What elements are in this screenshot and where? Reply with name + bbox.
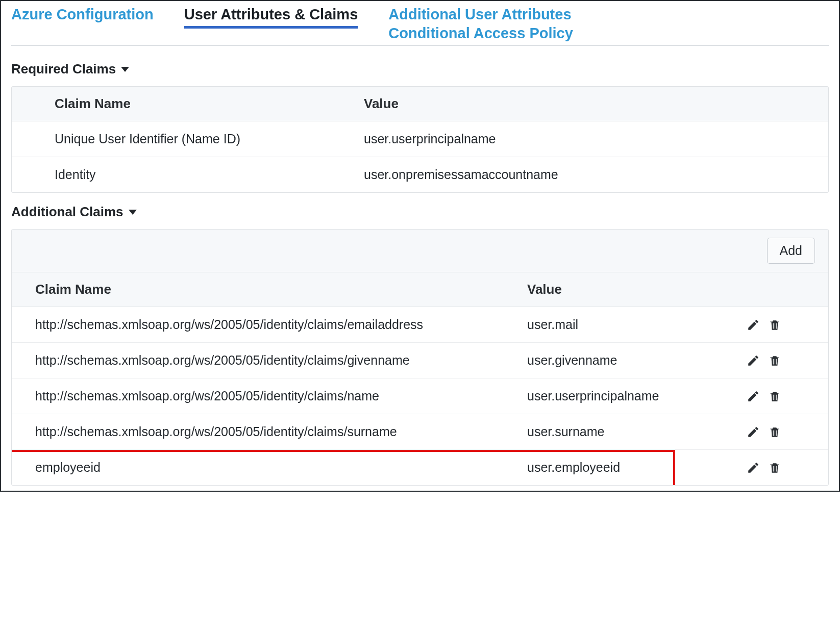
delete-icon[interactable] <box>768 461 781 474</box>
add-button[interactable]: Add <box>767 238 815 264</box>
highlight-annotation <box>11 450 675 486</box>
claim-value-cell: user.userprincipalname <box>364 132 828 146</box>
edit-icon[interactable] <box>747 461 760 474</box>
claim-name-cell: Identity <box>12 167 364 182</box>
section-required-claims[interactable]: Required Claims <box>11 61 829 77</box>
table-row: employeeiduser.employeeid <box>12 450 828 485</box>
claim-name-cell: Unique User Identifier (Name ID) <box>12 132 364 146</box>
section-additional-claims-label: Additional Claims <box>11 204 123 220</box>
delete-icon[interactable] <box>768 425 781 439</box>
chevron-down-icon <box>121 67 129 72</box>
tab-user-attributes-claims[interactable]: User Attributes & Claims <box>184 6 358 29</box>
tabs-bar: Azure Configuration User Attributes & Cl… <box>11 6 829 46</box>
column-claim-name: Claim Name <box>12 96 364 112</box>
section-additional-claims[interactable]: Additional Claims <box>11 204 829 220</box>
claim-value-cell: user.mail <box>527 317 747 332</box>
claim-name-cell: http://schemas.xmlsoap.org/ws/2005/05/id… <box>12 353 527 368</box>
claim-value-cell: user.surname <box>527 424 747 439</box>
claim-name-cell: http://schemas.xmlsoap.org/ws/2005/05/id… <box>12 317 527 332</box>
claim-name-cell: http://schemas.xmlsoap.org/ws/2005/05/id… <box>12 389 527 403</box>
edit-icon[interactable] <box>747 318 760 332</box>
table-row: Unique User Identifier (Name ID)user.use… <box>12 121 828 157</box>
claim-value-cell: user.givenname <box>527 353 747 368</box>
additional-claims-toolbar: Add <box>12 230 828 272</box>
table-header: Claim Name Value <box>12 87 828 121</box>
table-row: http://schemas.xmlsoap.org/ws/2005/05/id… <box>12 414 828 450</box>
column-claim-name: Claim Name <box>12 282 527 297</box>
tab-conditional-access-policy[interactable]: Conditional Access Policy <box>388 25 573 43</box>
delete-icon[interactable] <box>768 318 781 332</box>
table-header: Claim Name Value <box>12 272 828 307</box>
column-value: Value <box>527 282 747 297</box>
table-row: Identityuser.onpremisessamaccountname <box>12 157 828 192</box>
delete-icon[interactable] <box>768 354 781 367</box>
required-claims-table: Claim Name Value Unique User Identifier … <box>11 86 829 193</box>
claim-name-cell: http://schemas.xmlsoap.org/ws/2005/05/id… <box>12 424 527 439</box>
additional-claims-table: Add Claim Name Value http://schemas.xmls… <box>11 229 829 486</box>
edit-icon[interactable] <box>747 390 760 403</box>
edit-icon[interactable] <box>747 425 760 439</box>
column-value: Value <box>364 96 828 112</box>
delete-icon[interactable] <box>768 390 781 403</box>
table-row: http://schemas.xmlsoap.org/ws/2005/05/id… <box>12 343 828 378</box>
claim-value-cell: user.userprincipalname <box>527 389 747 403</box>
claim-value-cell: user.onpremisessamaccountname <box>364 167 828 182</box>
section-required-claims-label: Required Claims <box>11 61 116 77</box>
tab-azure-configuration[interactable]: Azure Configuration <box>11 6 154 26</box>
chevron-down-icon <box>129 210 137 215</box>
table-row: http://schemas.xmlsoap.org/ws/2005/05/id… <box>12 307 828 343</box>
tab-additional-user-attributes[interactable]: Additional User Attributes <box>388 6 573 24</box>
edit-icon[interactable] <box>747 354 760 367</box>
table-row: http://schemas.xmlsoap.org/ws/2005/05/id… <box>12 378 828 414</box>
